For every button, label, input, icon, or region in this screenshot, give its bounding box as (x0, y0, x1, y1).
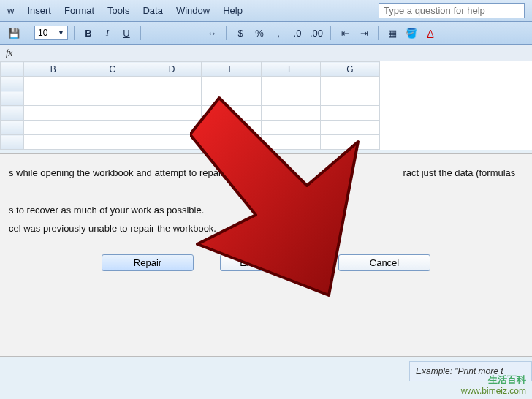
cell[interactable] (142, 121, 202, 135)
extract-data-button[interactable]: Extract Data (220, 254, 312, 271)
chevron-down-icon: ▼ (58, 29, 64, 37)
fill-color-button[interactable]: 🪣 (403, 25, 419, 41)
font-size-selector[interactable]: 10 ▼ (34, 26, 68, 40)
cell[interactable] (320, 91, 379, 106)
separator (74, 26, 75, 40)
cell[interactable] (23, 135, 83, 150)
cell[interactable] (261, 77, 320, 91)
align-center-icon (169, 28, 179, 37)
cell[interactable] (320, 135, 379, 150)
menu-tools[interactable]: Tools (107, 5, 129, 16)
indent-button[interactable]: ⇥ (356, 25, 372, 41)
grid-row (1, 121, 380, 135)
col-header[interactable]: G (320, 62, 379, 77)
font-size-value: 10 (38, 28, 48, 38)
cell[interactable] (261, 91, 320, 106)
repair-button[interactable]: Repair (102, 254, 194, 271)
col-header[interactable]: F (261, 62, 320, 77)
fx-icon[interactable]: fx (6, 47, 12, 58)
separator (28, 26, 28, 40)
bold-button[interactable]: B (80, 25, 96, 41)
help-search-input[interactable] (379, 3, 525, 18)
cell[interactable] (142, 106, 202, 121)
cell[interactable] (83, 106, 142, 121)
cell[interactable] (23, 121, 83, 135)
row-header[interactable] (1, 91, 24, 106)
cell[interactable] (83, 135, 142, 150)
cell[interactable] (23, 77, 83, 91)
dialog-button-row: Repair Extract Data Cancel (9, 254, 523, 271)
cell[interactable] (202, 91, 261, 106)
italic-button[interactable]: I (99, 25, 115, 41)
align-left-button[interactable] (147, 25, 163, 41)
select-all-corner[interactable] (1, 62, 24, 77)
save-icon[interactable]: 💾 (6, 25, 22, 41)
watermark-url: www.bimeiz.com (461, 386, 526, 396)
formula-input[interactable] (18, 46, 526, 59)
increase-decimal-button[interactable]: .0 (289, 25, 305, 41)
cell[interactable] (202, 77, 261, 91)
row-header[interactable] (1, 77, 24, 91)
help-search (379, 3, 525, 18)
col-header[interactable]: E (202, 62, 261, 77)
cell[interactable] (320, 106, 379, 121)
cell[interactable] (23, 106, 83, 121)
borders-button[interactable]: ▦ (384, 25, 400, 41)
currency-button[interactable]: $ (232, 25, 248, 41)
percent-button[interactable]: % (251, 25, 267, 41)
grid-row (1, 106, 380, 121)
col-header[interactable]: C (83, 62, 142, 77)
cell[interactable] (83, 91, 142, 106)
spreadsheet-grid: B C D E F G (0, 61, 532, 150)
col-header[interactable]: D (142, 62, 202, 77)
column-header-row: B C D E F G (1, 62, 380, 77)
dialog-text: s while opening the workbook and attempt… (9, 167, 523, 178)
cell[interactable] (142, 135, 202, 150)
cell[interactable] (261, 106, 320, 121)
font-color-button[interactable]: A (422, 25, 438, 41)
decrease-decimal-button[interactable]: .00 (308, 25, 324, 41)
underline-button[interactable]: U (118, 25, 134, 41)
row-header[interactable] (1, 121, 24, 135)
row-header[interactable] (1, 106, 24, 121)
watermark-title: 生活百科 (461, 374, 526, 386)
separator (378, 26, 379, 40)
cancel-button[interactable]: Cancel (338, 254, 430, 271)
cell[interactable] (23, 91, 83, 106)
cell[interactable] (142, 91, 202, 106)
cell[interactable] (261, 135, 320, 150)
cell[interactable] (83, 121, 142, 135)
dialog-text: s to recover as much of your work as pos… (9, 205, 523, 216)
align-left-icon (150, 28, 160, 37)
align-center-button[interactable] (166, 25, 182, 41)
align-right-button[interactable] (185, 25, 201, 41)
cell[interactable] (261, 121, 320, 135)
grid-row (1, 91, 380, 106)
outdent-button[interactable]: ⇤ (337, 25, 353, 41)
menu-help[interactable]: Help (223, 5, 243, 16)
menu-window-fragment[interactable]: w (7, 5, 14, 16)
merge-center-button[interactable]: ↔ (204, 25, 220, 41)
align-right-icon (188, 28, 198, 37)
menu-data[interactable]: Data (142, 5, 162, 16)
formatting-toolbar: 💾 10 ▼ B I U ↔ $ % , .0 .00 ⇤ ⇥ ▦ 🪣 A (0, 22, 532, 45)
cell[interactable] (202, 106, 261, 121)
cell[interactable] (202, 135, 261, 150)
cell[interactable] (83, 77, 142, 91)
cell[interactable] (320, 121, 379, 135)
menu-format[interactable]: Format (64, 5, 94, 16)
watermark: 生活百科 www.bimeiz.com (461, 374, 526, 396)
separator (330, 26, 331, 40)
grid-row (1, 77, 380, 91)
separator (226, 26, 227, 40)
menu-insert[interactable]: Insert (27, 5, 51, 16)
col-header[interactable]: B (23, 62, 83, 77)
formula-bar: fx (0, 45, 532, 61)
menu-window[interactable]: Window (176, 5, 210, 16)
row-header[interactable] (1, 135, 24, 150)
dialog-text: cel was previously unable to repair the … (9, 223, 523, 234)
cell[interactable] (202, 121, 261, 135)
cell[interactable] (320, 77, 379, 91)
comma-button[interactable]: , (270, 25, 286, 41)
cell[interactable] (142, 77, 202, 91)
